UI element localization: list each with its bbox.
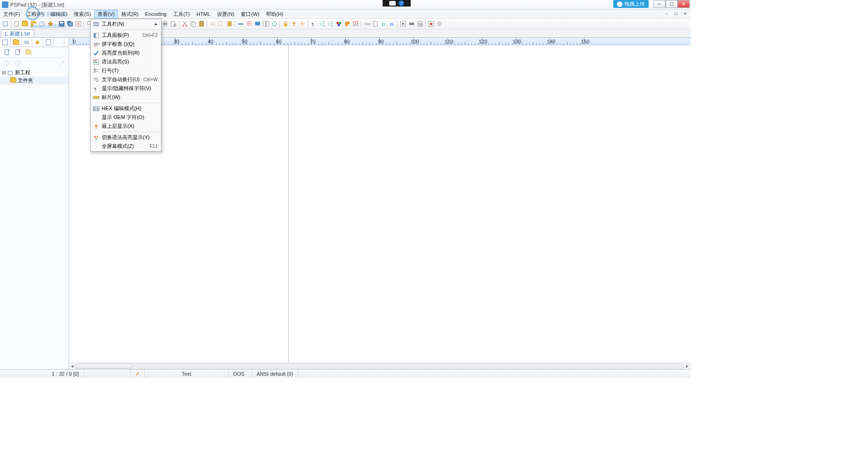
menu-item-v[interactable]: ¶显示/隐藏特殊字符(V)	[91, 84, 161, 93]
menu-设置[interactable]: 设置(N)	[214, 10, 238, 19]
panel-tab-files[interactable]	[43, 38, 54, 47]
save-all-icon[interactable]	[66, 20, 74, 28]
macro-stop-icon[interactable]	[407, 20, 415, 28]
mdi-restore-button[interactable]	[671, 10, 680, 17]
compare-icon[interactable]	[262, 20, 270, 28]
tools-icon[interactable]	[58, 59, 66, 67]
favorites-icon[interactable]	[46, 20, 54, 28]
scroll-track[interactable]	[76, 364, 684, 369]
help-icon[interactable]: ?	[399, 0, 404, 6]
recent-icon[interactable]	[38, 20, 46, 28]
swap-icon[interactable]	[209, 20, 217, 28]
menu-item-y[interactable]: 切换语法高亮显示(Y)	[91, 133, 161, 142]
menu-item-w[interactable]: 标尺(W)	[91, 93, 161, 102]
bookmark-list-icon[interactable]	[245, 20, 253, 28]
menu-item-hexh[interactable]: 0101HEX 编辑模式(H)	[91, 104, 161, 113]
scroll-left-icon[interactable]: ◂	[69, 364, 76, 369]
tab-active[interactable]: 1. 新建1.txt	[1, 29, 34, 37]
new-file-icon[interactable]	[13, 20, 21, 28]
settings-icon[interactable]	[435, 20, 443, 28]
menu-item-p[interactable]: 工具面板(P)Ctrl+F2	[91, 31, 161, 40]
menu-item-z[interactable]: 全屏幕模式(Z)F11	[91, 142, 161, 151]
refresh-icon[interactable]	[3, 59, 11, 67]
menu-帮助[interactable]: 帮助(H)	[263, 10, 287, 19]
menu-查看[interactable]: 查看(V)	[94, 10, 118, 19]
horizontal-scrollbar[interactable]: ◂ ▸	[69, 363, 691, 369]
menu-item-n[interactable]: 工具栏(N)	[91, 20, 161, 28]
tree-root[interactable]: ⊟ 新工程	[0, 69, 69, 77]
print-icon[interactable]	[161, 20, 169, 28]
clipboard-icon[interactable]	[371, 20, 379, 28]
external-app-icon[interactable]	[253, 20, 261, 28]
copy-line-icon[interactable]	[217, 20, 225, 28]
menu-文件[interactable]: 文件(F)	[0, 10, 23, 19]
mdi-close-button[interactable]: ✕	[680, 10, 690, 17]
indent-right-icon[interactable]	[326, 20, 334, 28]
indent-left-icon[interactable]	[318, 20, 326, 28]
panel-tab-ftp[interactable]	[21, 38, 32, 47]
cut-icon[interactable]	[181, 20, 189, 28]
palette-icon[interactable]	[343, 20, 351, 28]
menu-item-u[interactable]: 文字自动换行(U)Ctrl+W	[91, 75, 161, 84]
maximize-button[interactable]	[665, 0, 678, 8]
collapse-icon[interactable]: ⊟	[2, 70, 6, 76]
macro-edit-icon[interactable]: M	[416, 20, 424, 28]
bookmark-icon[interactable]	[237, 20, 245, 28]
panel-tab-project[interactable]	[0, 38, 11, 47]
panel-tab-fav[interactable]	[32, 38, 43, 47]
lock-icon[interactable]	[281, 20, 289, 28]
info-icon[interactable]: i	[14, 59, 21, 67]
menu-工具[interactable]: 工具(T)	[170, 10, 193, 19]
charmap-icon[interactable]: Ω	[379, 20, 387, 28]
status-eol[interactable]: DOS	[229, 370, 252, 378]
scroll-thumb[interactable]	[76, 364, 132, 369]
menu-html[interactable]: HTML	[193, 10, 214, 18]
save-icon[interactable]	[57, 20, 65, 28]
menu-格式[interactable]: 格式(R)	[118, 10, 142, 19]
menu-item-oemo[interactable]: 显示 OEM 字符(O)	[91, 113, 161, 122]
new-project-icon[interactable]	[1, 20, 9, 28]
menu-编辑[interactable]: 编辑(E)	[47, 10, 71, 19]
open-icon[interactable]	[21, 20, 29, 28]
menu-工程[interactable]: 工程(P)	[23, 10, 47, 19]
record-icon[interactable]	[427, 20, 435, 28]
menu-搜索[interactable]: 搜索(S)	[70, 10, 94, 19]
panel-tab-folder[interactable]	[11, 38, 21, 47]
print-preview-icon[interactable]	[169, 20, 177, 28]
drag-upload-button[interactable]: 拖拽上传	[613, 0, 649, 8]
templates-icon[interactable]	[29, 20, 37, 28]
mdi-minimize-button[interactable]	[662, 10, 671, 17]
menu-item-x[interactable]: 最上层显示(X)	[91, 122, 161, 131]
remove-file-icon[interactable]: ×	[14, 49, 21, 56]
panel-tab-more[interactable]	[54, 38, 64, 47]
tree-child-label: 文件夹	[18, 77, 33, 84]
tag-icon[interactable]: <tag	[363, 20, 371, 28]
ontop-icon[interactable]	[290, 20, 298, 28]
minimize-button[interactable]	[653, 0, 665, 8]
menu-窗口[interactable]: 窗口(W)	[238, 10, 263, 19]
status-encoding[interactable]: ANSI default (0)	[252, 370, 298, 378]
html-check-icon[interactable]: HTMLMIST	[351, 20, 359, 28]
menu-encoding[interactable]: Encoding	[142, 10, 170, 18]
show-special-icon[interactable]: ¶	[309, 20, 317, 28]
text-area[interactable]	[69, 45, 691, 363]
add-file-icon[interactable]: +	[3, 49, 11, 56]
color-icon[interactable]	[335, 20, 343, 28]
menu-item-q[interactable]: abc拼字检查 ()(Q)	[91, 40, 161, 49]
tree-child[interactable]: 文件夹	[0, 77, 69, 84]
macro-play-icon[interactable]	[399, 20, 407, 28]
menu-item-s[interactable]: 语法高亮(S)	[91, 57, 161, 66]
google-icon[interactable]: G	[388, 20, 396, 28]
copy-icon[interactable]	[189, 20, 197, 28]
open-folder-icon[interactable]	[24, 49, 32, 56]
ftp-icon[interactable]	[298, 20, 306, 28]
menu-item-t[interactable]: 12行号(T)	[91, 66, 161, 75]
close-file-icon[interactable]	[74, 20, 82, 28]
paste-icon[interactable]	[197, 20, 205, 28]
status-filetype[interactable]: Text	[145, 370, 229, 378]
sync-icon[interactable]	[270, 20, 278, 28]
scroll-right-icon[interactable]: ▸	[684, 364, 691, 369]
close-button[interactable]	[678, 0, 690, 8]
paste-line-icon[interactable]	[225, 20, 233, 28]
menu-item-r[interactable]: 高亮度当前列(R)	[91, 49, 161, 57]
